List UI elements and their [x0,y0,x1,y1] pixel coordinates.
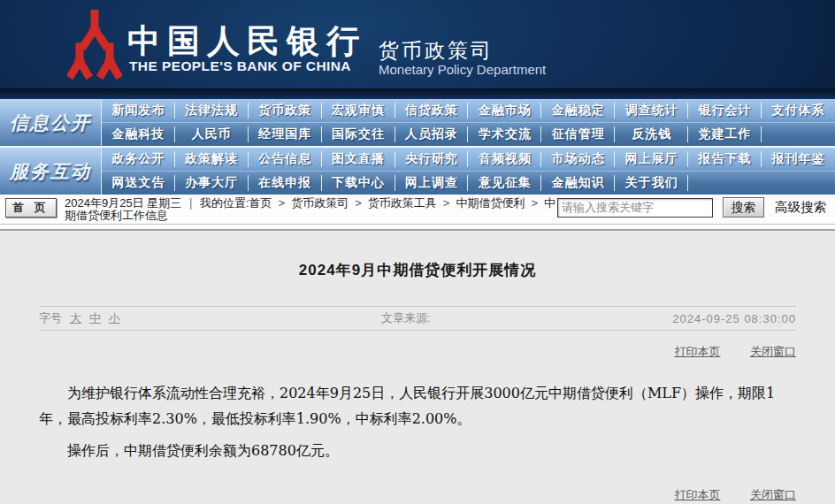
article-body: 为维护银行体系流动性合理充裕，2024年9月25日，人民银行开展3000亿元中期… [39,380,796,463]
nav-row: 新闻发布法律法规货币政策宏观审慎信贷政策金融市场金融稳定调查统计银行会计支付体系 [102,99,835,122]
nav-item-empty [762,172,835,195]
breadcrumb-item[interactable]: 货币政策工具 [368,196,437,210]
nav-item[interactable]: 金融市场 [468,99,541,122]
nav-tab[interactable]: 信息公开 [0,99,102,146]
nav-row: 网送文告办事大厅在线申报下载中心网上调查意见征集金融知识关于我们 [102,171,835,195]
nav-item[interactable]: 图文直播 [322,148,395,171]
nav-item[interactable]: 货币政策 [249,99,322,122]
pboc-page: 中国人民银行 THE PEOPLE'S BANK OF CHINA 货币政策司 … [0,0,835,504]
nav-block: 服务互动政务公开政策解读公告信息图文直播央行研究音频视频市场动态网上展厅报告下载… [0,148,835,195]
font-size-control: 字号 大中小 [39,310,120,326]
font-size-option[interactable]: 大 [70,311,81,325]
nav-item[interactable]: 市场动态 [541,148,615,171]
nav-item[interactable]: 下载中心 [322,172,395,195]
nav-item[interactable]: 政策解读 [175,148,249,171]
site-header: 中国人民银行 THE PEOPLE'S BANK OF CHINA 货币政策司 … [0,0,835,88]
nav-item[interactable]: 报刊年鉴 [762,148,835,171]
nav-item[interactable]: 办事大厅 [175,172,249,195]
nav-item[interactable]: 学术交流 [468,123,541,146]
article-title: 2024年9月中期借贷便利开展情况 [39,231,796,280]
font-size-label: 字号 [39,310,62,326]
breadcrumb-arrow: > [272,196,292,210]
nav-item[interactable]: 网送文告 [102,172,175,195]
nav-item[interactable]: 法律法规 [175,99,249,122]
pboc-logo-icon [67,10,122,80]
nav-item[interactable]: 支付体系 [762,99,835,122]
nav-item[interactable]: 报告下载 [688,148,762,171]
nav-item[interactable]: 音频视频 [468,148,541,171]
search-input[interactable] [557,198,713,218]
nav-item[interactable]: 在线申报 [249,172,322,195]
nav-item[interactable]: 调查统计 [615,99,688,122]
nav-item-empty [762,123,835,146]
source-label: 文章来源: [381,310,431,326]
breadcrumb-item[interactable]: 货币政策司 [291,196,349,210]
close-link[interactable]: 关闭窗口 [750,345,796,358]
nav-item[interactable]: 信贷政策 [395,99,469,122]
article-content: 2024年9月中期借贷便利开展情况 字号 大中小 文章来源: 2024-09-2… [0,231,835,504]
nav-item[interactable]: 金融科技 [102,123,175,146]
article-datetime: 2024-09-25 08:30:00 [672,312,796,325]
nav-item[interactable]: 网上展厅 [615,148,688,171]
nav-item[interactable]: 党建工作 [688,123,762,146]
breadcrumb-date: 2024年9月25日 星期三 [65,196,181,210]
search-button[interactable]: 搜索 [723,197,764,218]
nav-item[interactable]: 公告信息 [249,148,322,171]
breadcrumb-location-home[interactable]: 我的位置:首页 [200,196,272,210]
font-size-option[interactable]: 中 [89,311,101,325]
article-paragraph: 操作后，中期借贷便利余额为68780亿元。 [39,438,796,463]
print-link[interactable]: 打印本页 [674,345,720,358]
close-link[interactable]: 关闭窗口 [750,488,796,501]
nav-item[interactable]: 国际交往 [322,123,395,146]
department-name-cn: 货币政策司 [379,37,494,65]
breadcrumb-arrow: > [525,196,544,210]
bank-name-en: THE PEOPLE'S BANK OF CHINA [129,58,351,74]
breadcrumb: 2024年9月25日 星期三｜我的位置:首页>货币政策司>货币政策工具>中期借贷… [65,197,557,222]
search-area: 搜索 高级搜索 [557,197,830,218]
nav-item-empty [688,172,762,195]
nav-rows: 新闻发布法律法规货币政策宏观审慎信贷政策金融市场金融稳定调查统计银行会计支付体系… [102,99,835,146]
nav-item[interactable]: 央行研究 [395,148,469,171]
nav-row: 政务公开政策解读公告信息图文直播央行研究音频视频市场动态网上展厅报告下载报刊年鉴 [102,148,835,171]
nav-item[interactable]: 人民币 [175,123,249,146]
font-size-option[interactable]: 小 [109,311,120,325]
print-link[interactable]: 打印本页 [674,488,720,501]
article-actions-bottom: 打印本页 关闭窗口 [39,487,796,503]
nav-tab[interactable]: 服务互动 [0,148,102,195]
nav-item[interactable]: 关于我们 [615,172,688,195]
breadcrumb-item[interactable]: 中期借贷便利 [456,196,525,210]
breadcrumb-separator: ｜ [181,196,200,210]
article-actions-top: 打印本页 关闭窗口 [39,344,796,360]
breadcrumb-arrow: > [349,196,368,210]
nav-item[interactable]: 金融稳定 [541,99,615,122]
nav-item[interactable]: 新闻发布 [102,99,175,122]
nav-item[interactable]: 反洗钱 [615,123,688,146]
nav-item[interactable]: 宏观审慎 [322,99,395,122]
nav-row: 金融科技人民币经理国库国际交往人员招录学术交流征信管理反洗钱党建工作 [102,122,835,146]
nav-item[interactable]: 网上调查 [395,172,469,195]
breadcrumb-bar: 首 页 2024年9月25日 星期三｜我的位置:首页>货币政策司>货币政策工具>… [0,195,835,225]
nav-item[interactable]: 经理国库 [249,123,322,146]
nav-item[interactable]: 金融知识 [541,172,615,195]
nav-block: 信息公开新闻发布法律法规货币政策宏观审慎信贷政策金融市场金融稳定调查统计银行会计… [0,99,835,146]
bank-name-cn: 中国人民银行 [127,19,366,64]
article-meta-row: 字号 大中小 文章来源: 2024-09-25 08:30:00 [39,306,796,331]
nav-rows: 政务公开政策解读公告信息图文直播央行研究音频视频市场动态网上展厅报告下载报刊年鉴… [102,148,835,195]
nav-item[interactable]: 人员招录 [395,123,469,146]
breadcrumb-arrow: > [437,196,456,210]
nav-item[interactable]: 银行会计 [688,99,762,122]
nav-item[interactable]: 政务公开 [102,148,175,171]
main-nav: 信息公开新闻发布法律法规货币政策宏观审慎信贷政策金融市场金融稳定调查统计银行会计… [0,99,835,195]
divider-band [0,225,835,231]
nav-item[interactable]: 征信管理 [541,123,615,146]
department-name-en: Monetary Policy Department [379,62,546,77]
advanced-search-link[interactable]: 高级搜索 [775,199,826,216]
home-button[interactable]: 首 页 [5,198,57,218]
nav-item[interactable]: 意见征集 [468,172,541,195]
article-paragraph: 为维护银行体系流动性合理充裕，2024年9月25日，人民银行开展3000亿元中期… [39,380,796,431]
